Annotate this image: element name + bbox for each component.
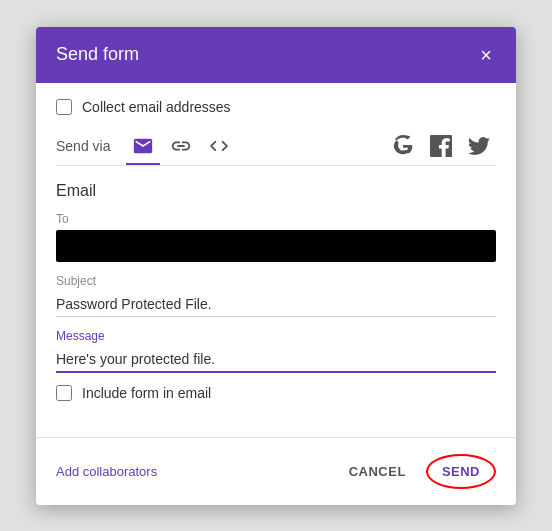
twitter-icon	[468, 135, 490, 157]
embed-icon	[208, 135, 230, 157]
add-collaborators-link[interactable]: Add collaborators	[56, 464, 157, 479]
twitter-button[interactable]	[462, 131, 496, 161]
footer-buttons: CANCEL SEND	[337, 454, 496, 489]
message-input[interactable]	[56, 347, 496, 373]
include-form-row: Include form in email	[56, 385, 496, 401]
send-via-label: Send via	[56, 138, 110, 154]
dialog-body: Collect email addresses Send via	[36, 83, 516, 429]
subject-label: Subject	[56, 274, 496, 288]
social-icons	[386, 131, 496, 161]
facebook-button[interactable]	[424, 131, 458, 161]
to-label: To	[56, 212, 496, 226]
link-icon	[170, 135, 192, 157]
send-via-link-button[interactable]	[164, 131, 198, 161]
send-button[interactable]: SEND	[426, 454, 496, 489]
dialog-header: Send form ×	[36, 27, 516, 83]
facebook-icon	[430, 135, 452, 157]
close-button[interactable]: ×	[476, 43, 496, 67]
send-via-embed-button[interactable]	[202, 131, 236, 161]
collect-email-row: Collect email addresses	[56, 99, 496, 115]
cancel-button[interactable]: CANCEL	[337, 456, 418, 487]
send-form-dialog: Send form × Collect email addresses Send…	[36, 27, 516, 505]
to-input-redacted	[56, 230, 496, 262]
include-form-label: Include form in email	[82, 385, 211, 401]
google-plus-icon	[392, 135, 414, 157]
email-icon	[132, 135, 154, 157]
collect-email-label: Collect email addresses	[82, 99, 231, 115]
send-via-email-button[interactable]	[126, 131, 160, 161]
dialog-title: Send form	[56, 44, 139, 65]
subject-field-group: Subject	[56, 274, 496, 317]
send-via-icons	[126, 131, 386, 161]
google-plus-button[interactable]	[386, 131, 420, 161]
footer-divider	[36, 437, 516, 438]
message-field-group: Message	[56, 329, 496, 373]
include-form-checkbox[interactable]	[56, 385, 72, 401]
collect-email-checkbox[interactable]	[56, 99, 72, 115]
to-field-group: To	[56, 212, 496, 262]
dialog-footer: Add collaborators CANCEL SEND	[36, 446, 516, 505]
subject-input[interactable]	[56, 292, 496, 317]
send-via-row: Send via	[56, 131, 496, 166]
message-label: Message	[56, 329, 496, 343]
email-section-label: Email	[56, 182, 496, 200]
